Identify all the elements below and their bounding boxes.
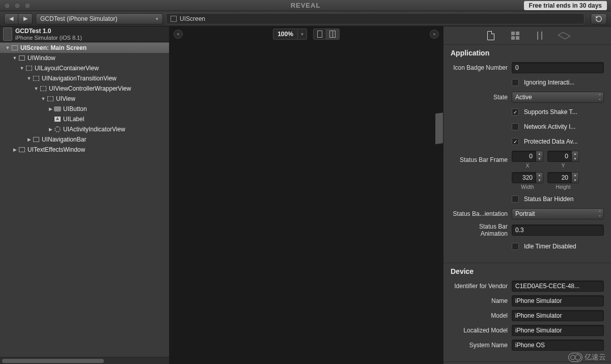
label-icon: A <box>54 116 61 123</box>
tree-row[interactable]: ▼UILayoutContainerView <box>0 63 169 73</box>
section-title: Application <box>451 49 604 57</box>
frame-x-input[interactable] <box>512 151 536 162</box>
status-bar-hidden-checkbox[interactable] <box>512 195 519 203</box>
icon-badge-input[interactable] <box>512 62 604 73</box>
app-icon <box>3 27 12 41</box>
spinner-icon <box>54 126 61 133</box>
stepper[interactable]: ▲▼ <box>536 151 543 162</box>
zoom-control[interactable]: 100% ▼ <box>273 29 307 40</box>
target-dropdown[interactable]: GCDTest (iPhone Simulator) <box>36 13 163 24</box>
app-name: GCDTest 1.0 <box>15 27 82 35</box>
breadcrumb-text: UIScreen <box>180 15 205 22</box>
view-3d-icon <box>329 31 336 38</box>
canvas-toolbar: « 100% ▼ » <box>170 26 443 42</box>
minimize-window-icon[interactable] <box>14 3 20 9</box>
refresh-icon <box>595 15 602 22</box>
tab-attributes[interactable] <box>535 31 545 41</box>
tree-row[interactable]: ▶UIActivityIndicatorView <box>0 124 169 134</box>
model-label: Model <box>451 312 512 319</box>
frame-h-input[interactable] <box>547 172 572 183</box>
disclosure-icon[interactable]: ▼ <box>5 45 10 50</box>
dashed-icon <box>47 95 54 102</box>
zoom-dropdown-icon[interactable]: ▼ <box>298 29 307 40</box>
vendor-input[interactable] <box>512 281 604 292</box>
back-button[interactable]: ◀ <box>4 13 18 24</box>
disclosure-icon[interactable]: ▼ <box>19 66 24 71</box>
tree-row[interactable]: ▼UIWindow <box>0 53 169 63</box>
view-3d-button[interactable] <box>326 29 340 40</box>
rect-icon <box>18 54 25 62</box>
disclosure-icon[interactable]: ▶ <box>48 106 53 111</box>
disclosure-icon[interactable]: ▼ <box>41 96 46 101</box>
ignoring-interaction-label: Ignoring Interacti... <box>524 79 574 86</box>
tree-label: UIActivityIndicatorView <box>63 126 125 133</box>
disclosure-icon[interactable]: ▼ <box>34 86 39 91</box>
stepper[interactable]: ▲▼ <box>536 172 543 183</box>
tree-row[interactable]: ▶UIButton <box>0 104 169 114</box>
inspector-tabs <box>443 26 611 45</box>
supports-shake-label: Supports Shake T... <box>524 108 577 116</box>
scrollbar-thumb[interactable] <box>2 359 104 363</box>
disclosure-icon[interactable]: ▶ <box>48 127 53 132</box>
idle-timer-label: Idle Timer Disabled <box>524 243 576 250</box>
rect-icon <box>11 44 18 51</box>
zoom-window-icon[interactable] <box>24 3 31 9</box>
model-input[interactable] <box>512 310 604 321</box>
idle-timer-checkbox[interactable] <box>512 243 519 250</box>
disclosure-icon[interactable]: ▶ <box>26 137 32 142</box>
tree-label: UILayoutContainerView <box>35 65 99 72</box>
tree-row[interactable]: ▼UIView <box>0 94 169 104</box>
protected-data-checkbox[interactable] <box>512 138 519 145</box>
network-activity-checkbox[interactable] <box>512 123 519 130</box>
loc-model-input[interactable] <box>512 325 604 336</box>
vendor-label: Identifier for Vendor <box>451 283 512 290</box>
collapse-right-icon[interactable]: » <box>430 30 439 39</box>
canvas-3d-view[interactable] <box>170 42 443 364</box>
tree-row[interactable]: ▼UIScreen: Main Screen <box>0 43 169 53</box>
layers-icon <box>558 32 570 39</box>
tree-label: UIButton <box>63 105 87 113</box>
app-header: GCDTest 1.0 iPhone Simulator (iOS 8.1) <box>0 26 169 42</box>
tree-row[interactable]: ▼UINavigationTransitionView <box>0 73 169 83</box>
icon-badge-label: Icon Badge Number <box>451 64 512 71</box>
tab-application[interactable] <box>486 31 496 41</box>
dashed-icon <box>25 65 33 72</box>
tree-row[interactable]: ▶UITextEffectsWindow <box>0 145 169 155</box>
view-2d-button[interactable] <box>313 29 326 40</box>
disclosure-icon[interactable]: ▼ <box>26 76 32 81</box>
sys-name-input[interactable] <box>512 340 604 351</box>
view-hierarchy-tree[interactable]: ▼UIScreen: Main Screen▼UIWindow▼UILayout… <box>0 42 169 357</box>
tree-row[interactable]: AUILabel <box>0 114 169 124</box>
tree-label: UITextEffectsWindow <box>27 146 85 153</box>
stepper[interactable]: ▲▼ <box>572 172 579 183</box>
tree-row[interactable]: ▼UIViewControllerWrapperView <box>0 83 169 94</box>
supports-shake-checkbox[interactable] <box>512 108 519 116</box>
orientation-select[interactable]: Portrait <box>512 208 604 219</box>
animation-input[interactable] <box>512 225 604 236</box>
tab-layout[interactable] <box>559 31 569 41</box>
refresh-button[interactable] <box>591 13 607 24</box>
canvas-area: « 100% ▼ » <box>170 26 443 364</box>
sidebar-scrollbar[interactable] <box>0 357 169 364</box>
tree-row[interactable]: ▶UINavigationBar <box>0 134 169 145</box>
tree-label: UINavigationBar <box>42 136 86 143</box>
disclosure-icon[interactable]: ▶ <box>12 147 17 152</box>
canvas-layer <box>435 113 443 145</box>
close-window-icon[interactable] <box>4 3 10 9</box>
breadcrumb[interactable]: UIScreen <box>166 13 585 24</box>
tab-identity[interactable] <box>510 31 520 41</box>
ignoring-interaction-checkbox[interactable] <box>512 79 519 86</box>
disclosure-icon[interactable]: ▼ <box>12 55 17 61</box>
state-label: State <box>451 94 512 101</box>
trial-badge[interactable]: Free trial ends in 30 days <box>524 1 607 10</box>
collapse-left-icon[interactable]: « <box>174 30 183 39</box>
stepper[interactable]: ▲▼ <box>572 151 579 162</box>
tree-label: UIViewControllerWrapperView <box>49 85 131 92</box>
name-label: Name <box>451 297 512 304</box>
name-input[interactable] <box>512 295 604 306</box>
forward-button[interactable]: ▶ <box>18 13 33 24</box>
frame-y-input[interactable] <box>547 151 572 162</box>
frame-w-input[interactable] <box>512 172 536 183</box>
state-select[interactable]: Active <box>512 92 604 103</box>
protected-data-label: Protected Data Av... <box>524 138 578 145</box>
